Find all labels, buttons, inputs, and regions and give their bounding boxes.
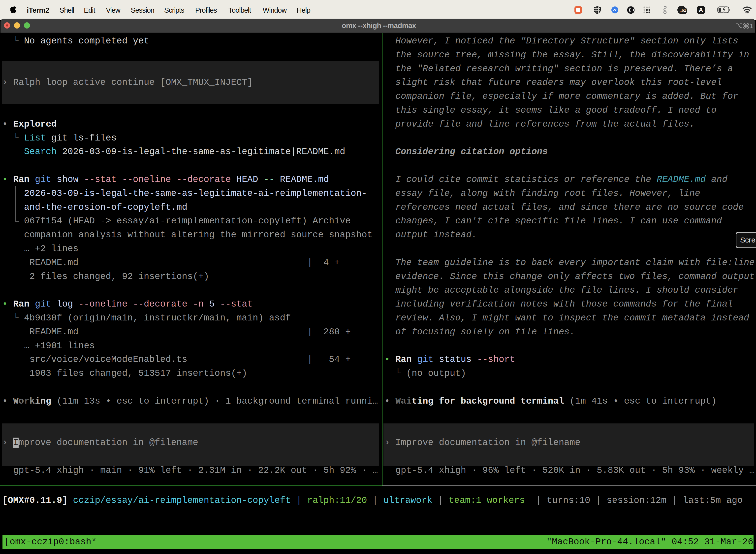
- svg-text:1: 1: [750, 23, 753, 29]
